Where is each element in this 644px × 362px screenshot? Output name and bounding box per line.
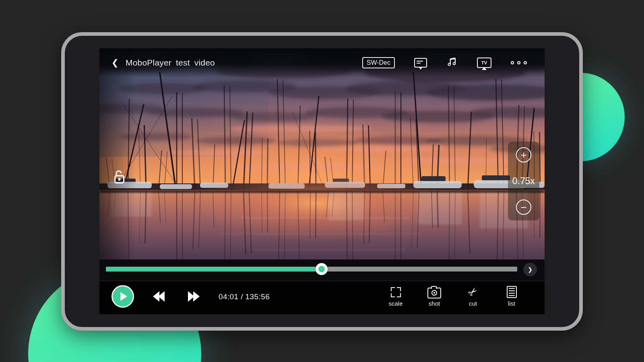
fast-forward-button[interactable]: [188, 291, 200, 302]
camera-icon: [427, 288, 441, 298]
video-title: MoboPlayer test video: [126, 58, 215, 68]
back-button[interactable]: ❮: [111, 58, 120, 68]
zoom-in-button[interactable]: +: [516, 147, 531, 162]
decoder-toggle-button[interactable]: SW-Dec: [362, 57, 395, 68]
shot-button[interactable]: shot: [415, 285, 454, 307]
next-button[interactable]: ❯: [523, 263, 537, 276]
list-button[interactable]: list: [492, 285, 531, 307]
cut-label: cut: [469, 300, 477, 307]
time-display: 04:01 / 135:56: [219, 292, 270, 301]
scale-icon: [391, 287, 401, 297]
video-player-screen[interactable]: ❮ MoboPlayer test video SW-Dec: [99, 48, 545, 314]
tv-icon-label: TV: [481, 60, 487, 65]
unlock-icon: [110, 168, 128, 187]
scissors-icon: ✂: [466, 285, 480, 299]
progress-row: ❯: [99, 259, 545, 281]
cut-button[interactable]: ✂ cut: [454, 285, 492, 307]
shot-label: shot: [429, 300, 440, 307]
zoom-out-button[interactable]: −: [516, 200, 531, 215]
scale-label: scale: [388, 300, 402, 307]
player-controls-bar: 04:01 / 135:56 scale shot ✂ cut: [99, 281, 545, 314]
action-buttons: scale shot ✂ cut list: [376, 285, 531, 307]
cast-to-tv-icon[interactable]: TV: [477, 58, 491, 68]
play-button[interactable]: [111, 285, 134, 308]
lock-button[interactable]: [110, 168, 128, 187]
playlist-icon: [507, 286, 517, 298]
top-bar-icons: TV: [414, 56, 527, 70]
tablet-frame: ❮ MoboPlayer test video SW-Dec: [61, 32, 583, 331]
seek-bar[interactable]: [106, 267, 517, 272]
seek-bar-fill: [106, 267, 322, 272]
scale-button[interactable]: scale: [376, 285, 415, 307]
play-icon: [120, 292, 127, 301]
zoom-speed-panel: + 0.75x −: [508, 142, 539, 220]
player-top-bar: ❮ MoboPlayer test video SW-Dec: [99, 48, 545, 77]
more-options-icon[interactable]: [511, 61, 527, 64]
audio-track-icon[interactable]: [446, 56, 458, 70]
seek-thumb[interactable]: [316, 263, 328, 275]
rewind-button[interactable]: [153, 291, 165, 302]
list-label: list: [508, 300, 515, 307]
playback-speed-label: 0.75x: [512, 176, 535, 187]
subtitles-icon[interactable]: [414, 58, 427, 68]
